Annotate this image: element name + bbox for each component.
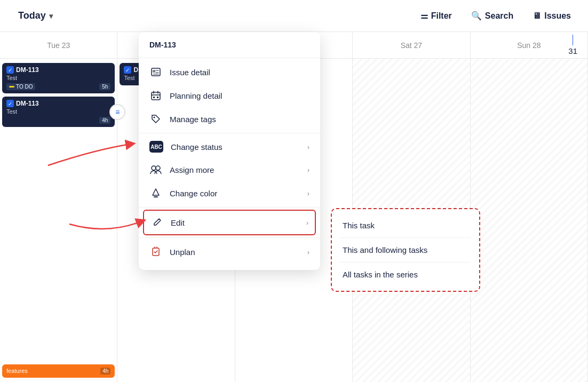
task-card-header: ✓ DM-113 bbox=[6, 66, 110, 74]
change-color-label: Change color bbox=[170, 189, 300, 198]
svg-rect-0 bbox=[152, 68, 160, 76]
task-id: DM-113 bbox=[16, 66, 39, 74]
day-header-tue: Tue 23 bbox=[0, 32, 117, 58]
task-card-dm113-1[interactable]: ✓ DM-113 Test TO DO 5h bbox=[2, 63, 115, 93]
orange-task-hours: 4h bbox=[100, 368, 110, 375]
toolbar: Today ▾ ⚌ Filter 🔍 Search 🖥 Issues bbox=[0, 0, 588, 32]
planning-detail-icon bbox=[149, 89, 162, 102]
today-button[interactable]: Today ▾ bbox=[13, 7, 58, 25]
edit-label: Edit bbox=[171, 218, 299, 227]
sub-menu-item-all-tasks[interactable]: All tasks in the series bbox=[332, 262, 479, 286]
assign-more-icon bbox=[149, 163, 162, 176]
unplan-label: Unplan bbox=[170, 248, 300, 257]
task-hours: 5h bbox=[99, 83, 110, 90]
issues-button[interactable]: 🖥 Issues bbox=[528, 8, 575, 24]
task-checkbox: ✓ bbox=[6, 66, 14, 74]
svg-rect-2 bbox=[153, 97, 155, 98]
menu-item-planning-detail[interactable]: Planning detail bbox=[139, 84, 320, 107]
task-card-dm113-2[interactable]: ✓ DM-113 Test 4h ≡ bbox=[2, 97, 115, 127]
sub-menu-item-this-task[interactable]: This task bbox=[332, 213, 479, 237]
task-card-header-2: ✓ DM-113 bbox=[6, 100, 110, 107]
task-checkbox-2: ✓ bbox=[6, 100, 14, 107]
assign-more-label: Assign more bbox=[170, 165, 300, 174]
day-31-area: 31 bbox=[568, 32, 588, 58]
task-card-orange[interactable]: features 4h bbox=[2, 364, 115, 378]
menu-divider-4 bbox=[139, 237, 320, 238]
menu-divider-3 bbox=[139, 207, 320, 208]
svg-point-6 bbox=[156, 166, 160, 170]
arrow-to-edit bbox=[53, 192, 160, 256]
task-checkbox-d: ✓ bbox=[124, 66, 131, 74]
menu-divider-1 bbox=[139, 58, 320, 58]
filter-icon: ⚌ bbox=[420, 11, 428, 21]
change-color-arrow: › bbox=[307, 189, 309, 197]
search-label: Search bbox=[485, 11, 513, 21]
list-icon-badge[interactable]: ≡ bbox=[109, 104, 125, 120]
issue-detail-icon bbox=[149, 66, 162, 78]
task-id-d: D bbox=[133, 66, 138, 74]
task-id-2: DM-113 bbox=[16, 100, 39, 107]
svg-point-4 bbox=[154, 117, 155, 118]
menu-item-manage-tags[interactable]: Manage tags bbox=[139, 107, 320, 131]
svg-rect-3 bbox=[157, 97, 158, 98]
change-status-icon: ABC bbox=[149, 141, 163, 153]
planning-detail-label: Planning detail bbox=[170, 91, 309, 100]
change-status-arrow: › bbox=[307, 143, 309, 151]
menu-item-change-color[interactable]: Change color › bbox=[139, 181, 320, 205]
filter-label: Filter bbox=[431, 11, 452, 21]
task-hours-2: 4h bbox=[99, 117, 110, 124]
status-bar bbox=[9, 86, 14, 87]
menu-divider-2 bbox=[139, 133, 320, 133]
day-31-number: 31 bbox=[568, 46, 577, 55]
sub-menu-item-this-and-following[interactable]: This and following tasks bbox=[332, 238, 479, 262]
task-name-2: Test bbox=[6, 108, 110, 115]
issues-icon: 🖥 bbox=[533, 11, 541, 21]
day-header-sat: Sat 27 bbox=[353, 32, 470, 58]
search-icon: 🔍 bbox=[471, 11, 482, 21]
menu-item-issue-detail[interactable]: Issue detail bbox=[139, 60, 320, 84]
filter-button[interactable]: ⚌ Filter bbox=[416, 7, 456, 24]
search-button[interactable]: 🔍 Search bbox=[467, 7, 518, 24]
manage-tags-icon bbox=[149, 113, 162, 125]
toolbar-right: ⚌ Filter 🔍 Search 🖥 Issues bbox=[416, 7, 575, 24]
svg-rect-1 bbox=[152, 92, 160, 100]
menu-item-unplan[interactable]: Unplan › bbox=[139, 240, 320, 264]
day-31-line bbox=[573, 35, 573, 45]
list-icon: ≡ bbox=[115, 108, 120, 116]
unplan-arrow: › bbox=[307, 248, 309, 256]
svg-point-5 bbox=[152, 166, 156, 170]
orange-task-label: features bbox=[6, 368, 28, 374]
manage-tags-label: Manage tags bbox=[170, 115, 309, 124]
task-footer: TO DO 5h bbox=[6, 83, 110, 90]
assign-more-arrow: › bbox=[307, 166, 309, 174]
task-name: Test bbox=[6, 75, 110, 81]
task-footer-2: 4h bbox=[6, 117, 110, 124]
chevron-down-icon: ▾ bbox=[49, 12, 53, 20]
toolbar-left: Today ▾ bbox=[13, 7, 58, 25]
task-status: TO DO bbox=[6, 83, 35, 90]
sub-menu: This task This and following tasks All t… bbox=[331, 208, 480, 292]
menu-item-change-status[interactable]: ABC Change status › bbox=[139, 136, 320, 158]
issue-detail-label: Issue detail bbox=[170, 68, 309, 77]
change-status-label: Change status bbox=[171, 142, 300, 152]
menu-item-edit[interactable]: Edit › bbox=[143, 210, 316, 235]
context-menu: DM-113 Issue detail Planning detail bbox=[139, 32, 320, 270]
issues-label: Issues bbox=[544, 11, 571, 21]
today-label: Today bbox=[18, 10, 46, 21]
menu-header: DM-113 bbox=[139, 38, 320, 55]
edit-arrow: › bbox=[306, 219, 308, 227]
menu-item-assign-more[interactable]: Assign more › bbox=[139, 158, 320, 181]
arrow-to-list bbox=[32, 128, 149, 192]
day-col-sun bbox=[471, 59, 588, 382]
